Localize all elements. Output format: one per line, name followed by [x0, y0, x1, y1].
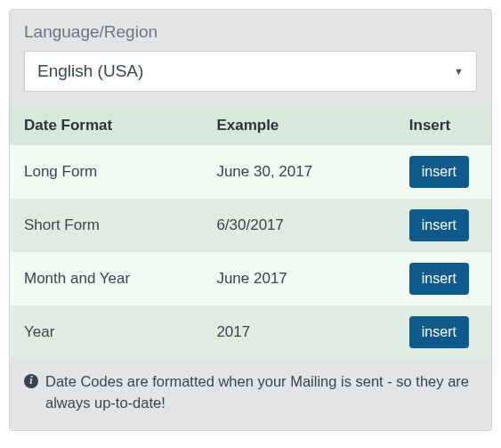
insert-button[interactable]: insert	[409, 209, 469, 241]
footer-note: i Date Codes are formatted when your Mai…	[10, 359, 491, 430]
header-date-format: Date Format	[10, 106, 202, 145]
cell-insert: insert	[395, 305, 491, 359]
panel-title: Language/Region	[10, 10, 491, 51]
cell-insert: insert	[395, 199, 491, 252]
cell-insert: insert	[395, 145, 491, 199]
language-region-panel: Language/Region English (USA) ▼ Date For…	[9, 9, 492, 431]
header-insert: Insert	[395, 106, 491, 145]
table-header-row: Date Format Example Insert	[10, 106, 491, 145]
footer-note-text: Date Codes are formatted when your Maili…	[45, 371, 477, 414]
chevron-down-icon: ▼	[454, 66, 464, 77]
cell-example: June 2017	[202, 252, 394, 305]
table-row: Short Form 6/30/2017 insert	[10, 199, 491, 252]
cell-format: Year	[10, 305, 202, 359]
insert-button[interactable]: insert	[409, 263, 469, 295]
info-icon: i	[24, 374, 38, 388]
cell-example: June 30, 2017	[202, 145, 394, 199]
cell-format: Long Form	[10, 145, 202, 199]
table-row: Month and Year June 2017 insert	[10, 252, 491, 305]
language-select-value: English (USA)	[37, 61, 143, 81]
cell-example: 2017	[202, 305, 394, 359]
cell-format: Short Form	[10, 199, 202, 252]
table-row: Long Form June 30, 2017 insert	[10, 145, 491, 199]
date-format-table: Date Format Example Insert Long Form Jun…	[10, 106, 491, 359]
cell-insert: insert	[395, 252, 491, 305]
table-row: Year 2017 insert	[10, 305, 491, 359]
language-select[interactable]: English (USA) ▼	[24, 51, 477, 92]
cell-format: Month and Year	[10, 252, 202, 305]
header-example: Example	[202, 106, 394, 145]
insert-button[interactable]: insert	[409, 156, 469, 188]
insert-button[interactable]: insert	[409, 316, 469, 348]
language-select-wrap: English (USA) ▼	[10, 51, 491, 106]
cell-example: 6/30/2017	[202, 199, 394, 252]
